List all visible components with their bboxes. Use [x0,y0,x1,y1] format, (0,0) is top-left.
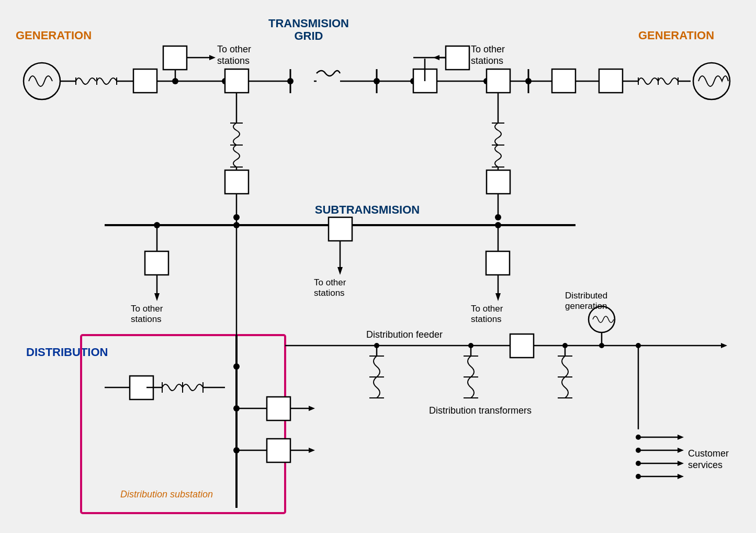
to-other-stations-right-label2: stations [471,314,502,324]
svg-point-121 [374,343,379,348]
diagram-container: GENERATION GENERATION TRANSMISION GRID T… [0,0,756,533]
customer-services-label: Customer [688,448,729,459]
svg-rect-63 [487,170,510,194]
svg-rect-11 [163,46,187,70]
svg-rect-44 [599,69,623,93]
svg-rect-16 [225,69,249,93]
to-other-stations-top-left-label: To other [217,44,251,54]
svg-rect-42 [552,69,576,93]
svg-rect-73 [145,251,168,275]
svg-point-141 [599,343,604,348]
svg-rect-7 [133,69,157,93]
to-other-stations-center-label2: stations [314,288,345,298]
svg-rect-36 [487,69,510,93]
to-other-stations-top-right-label2: stations [471,55,503,66]
svg-rect-31 [446,46,469,70]
svg-rect-120 [510,334,534,358]
to-other-stations-mid-left-label: To other [131,304,163,314]
distribution-substation-label: Distribution substation [120,489,213,499]
generation-right-label: GENERATION [638,29,714,42]
distribution-transformers-label: Distribution transformers [429,405,532,416]
distributed-generation-label: Distributed [565,291,607,301]
distributed-generation-label2: generation [565,301,607,311]
to-other-stations-right-label: To other [471,304,503,314]
to-other-stations-center-label: To other [314,277,346,287]
transmission-grid-label2: GRID [295,29,323,42]
svg-point-122 [468,343,473,348]
customer-services-label2: services [688,460,723,470]
to-other-stations-mid-left-label2: stations [131,314,162,324]
svg-point-66 [495,214,501,220]
svg-rect-99 [267,397,290,420]
svg-point-123 [562,343,568,348]
distribution-feeder-label: Distribution feeder [366,329,443,340]
distribution-label: DISTRIBUTION [26,346,108,359]
svg-rect-55 [225,170,249,194]
svg-rect-103 [267,439,290,462]
generation-left-label: GENERATION [16,29,92,42]
to-other-stations-top-right-label: To other [471,44,505,54]
transmission-grid-label: TRANSMISION [268,17,349,30]
subtransmission-label: SUBTRANSMISION [315,203,420,216]
to-other-stations-top-left-label2: stations [217,55,250,66]
svg-rect-76 [329,217,352,241]
svg-rect-80 [486,251,510,275]
